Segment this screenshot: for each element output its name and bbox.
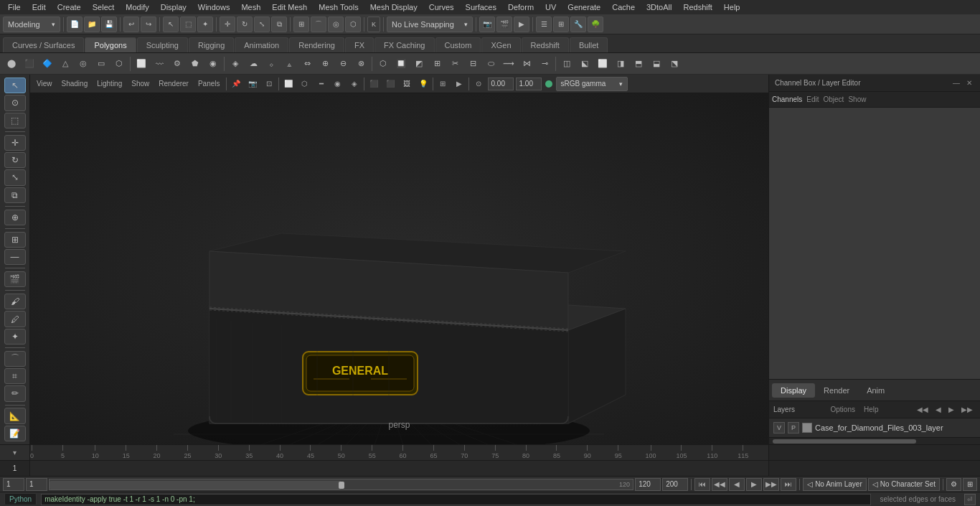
exposure-field[interactable]: 0.00	[488, 78, 514, 90]
scale-tool-btn[interactable]: ⤡	[4, 169, 26, 185]
shelf-more2[interactable]: ⬔	[666, 55, 683, 72]
tab-xgen[interactable]: XGen	[481, 37, 520, 52]
menu-mesh-tools[interactable]: Mesh Tools	[314, 1, 363, 13]
gamma-field[interactable]: 1.00	[516, 78, 542, 90]
shelf-bridge[interactable]: 🔲	[392, 55, 410, 72]
select-uv-btn[interactable]: ◈	[347, 77, 362, 91]
start-frame-field[interactable]: 1	[3, 478, 24, 491]
lighting-btn[interactable]: 💡	[416, 77, 430, 91]
paint-skin-btn[interactable]: ✦	[4, 329, 26, 345]
snap-edge-btn[interactable]: —	[4, 249, 26, 265]
sculpt-btn[interactable]: 🖌	[4, 294, 26, 309]
shelf-platonic[interactable]: ⬟	[187, 55, 204, 72]
3d-scene[interactable]: X Y Z	[30, 93, 768, 444]
layer-scroll-btn1[interactable]: ◀◀	[914, 404, 931, 415]
select-btn[interactable]: ↖	[163, 17, 179, 32]
pencil-btn[interactable]: ✏	[4, 385, 26, 401]
mode-dropdown[interactable]: Modeling	[3, 17, 60, 32]
timeline-track[interactable]	[30, 461, 768, 476]
shelf-cut[interactable]: ✂	[446, 55, 463, 72]
cmd-submit-btn[interactable]: ⏎	[964, 494, 976, 505]
shelf-sphere[interactable]: ⬤	[3, 55, 20, 72]
menu-mesh-display[interactable]: Mesh Display	[365, 1, 423, 13]
tab-sculpting[interactable]: Sculpting	[137, 37, 188, 52]
show-manip-btn[interactable]: ⊕	[4, 210, 26, 225]
select-tool-btn[interactable]: ↖	[4, 78, 26, 93]
shelf-disc[interactable]: ⬡	[110, 55, 128, 72]
object-tab[interactable]: Object	[824, 95, 844, 103]
shelf-extrude[interactable]: ⬡	[374, 55, 392, 72]
layers-help-btn[interactable]: Help	[861, 404, 882, 415]
shelf-pipe[interactable]: ⬜	[133, 55, 150, 72]
lasso-btn[interactable]: ⬚	[180, 17, 196, 32]
open-file-btn[interactable]: 📁	[84, 17, 100, 32]
menu-select[interactable]: Select	[88, 1, 120, 13]
shelf-btn[interactable]: 🔧	[570, 17, 586, 32]
layer-scroll-btn2[interactable]: ◀	[933, 404, 944, 415]
tab-bullet[interactable]: Bullet	[570, 37, 608, 52]
playback-prev-key-btn[interactable]: ◀◀	[712, 478, 727, 491]
shelf-torus[interactable]: ◎	[75, 55, 92, 72]
layers-options-btn[interactable]: Options	[827, 404, 857, 415]
panel-close-btn[interactable]: ✕	[964, 79, 974, 87]
menu-3dtool[interactable]: 3DtoAll	[641, 1, 677, 13]
menu-deform[interactable]: Deform	[503, 1, 539, 13]
menu-modify[interactable]: Modify	[121, 1, 154, 13]
ep-curve-btn[interactable]: ⌗	[4, 368, 26, 384]
snap-grid-btn[interactable]: ⊞	[293, 17, 309, 32]
layer-scroll-btn4[interactable]: ▶▶	[958, 404, 976, 415]
menu-mesh[interactable]: Mesh	[236, 1, 265, 13]
layers-scroll-thumb[interactable]	[773, 439, 916, 444]
channels-tab[interactable]: Channels	[772, 95, 802, 103]
shelf-bool[interactable]: ⊗	[352, 55, 369, 72]
tab-animation[interactable]: Animation	[235, 37, 288, 52]
camera-ortho-btn[interactable]: ⊡	[262, 77, 276, 91]
tab-rigging[interactable]: Rigging	[189, 37, 234, 52]
snap-point-btn[interactable]: ◎	[328, 17, 344, 32]
shelf-insert[interactable]: ⊟	[464, 55, 481, 72]
snap-vertex-btn[interactable]: ⊞	[4, 232, 26, 248]
playback-prev-btn[interactable]: ◀	[729, 478, 745, 491]
snap-surface-btn[interactable]: ⬡	[345, 17, 361, 32]
shelf-weld[interactable]: ⋈	[518, 55, 535, 72]
wireframe-btn[interactable]: ⬛	[367, 77, 381, 91]
menu-display[interactable]: Display	[156, 1, 192, 13]
edit-tab[interactable]: Edit	[806, 95, 819, 103]
shelf-separate[interactable]: ⊖	[334, 55, 352, 72]
settings-btn[interactable]: ⚙	[946, 478, 961, 491]
layer-row[interactable]: V P Case_for_Diamond_Files_003_layer	[771, 420, 979, 436]
tab-redshift[interactable]: Redshift	[522, 37, 569, 52]
playback-play-btn[interactable]: ▶	[746, 478, 762, 491]
ruler-track[interactable]: 0510152025303540455055606570758085909510…	[30, 445, 768, 460]
tab-polygons[interactable]: Polygons	[85, 37, 136, 52]
rotate-btn[interactable]: ↻	[237, 17, 253, 32]
menu-edit[interactable]: Edit	[27, 1, 51, 13]
playback-start-field[interactable]: 120	[635, 478, 661, 491]
outliner-btn[interactable]: 🌳	[588, 17, 603, 32]
layers-scrollbar[interactable]	[769, 437, 980, 444]
rotate-tool-btn[interactable]: ↻	[4, 152, 26, 168]
live-snap-dropdown[interactable]: No Live Snapping	[387, 17, 473, 32]
camera-btn[interactable]: 📷	[479, 17, 495, 32]
soft-select-btn[interactable]: ⊙	[4, 95, 26, 111]
menu-help[interactable]: Help	[719, 1, 745, 13]
viewport-menu-lighting[interactable]: Lighting	[93, 78, 126, 89]
menu-file[interactable]: File	[3, 1, 26, 13]
layer-playback-btn[interactable]: P	[788, 422, 799, 434]
shelf-plane[interactable]: ▭	[93, 55, 110, 72]
shelf-cylinder[interactable]: 🔷	[39, 55, 56, 72]
tab-rendering[interactable]: Rendering	[289, 37, 344, 52]
viewport-menu-view[interactable]: View	[33, 78, 56, 89]
playback-start-btn[interactable]: ⏮	[694, 478, 710, 491]
grid-btn[interactable]: ⊞	[553, 17, 569, 32]
viewport-menu-renderer[interactable]: Renderer	[155, 78, 192, 89]
menu-windows[interactable]: Windows	[193, 1, 235, 13]
move-tool-btn[interactable]: ✛	[4, 135, 26, 151]
anim-layer-btn[interactable]: ◁ No Anim Layer	[803, 478, 867, 491]
shelf-uv5[interactable]: ⬒	[630, 55, 647, 72]
redo-btn[interactable]: ↪	[141, 17, 156, 32]
show-menu-btn[interactable]: ☰	[536, 17, 552, 32]
layer-visibility-btn[interactable]: V	[773, 422, 785, 434]
select-vertex-btn[interactable]: ◉	[331, 77, 345, 91]
shelf-retopo[interactable]: ⬦	[263, 55, 280, 72]
